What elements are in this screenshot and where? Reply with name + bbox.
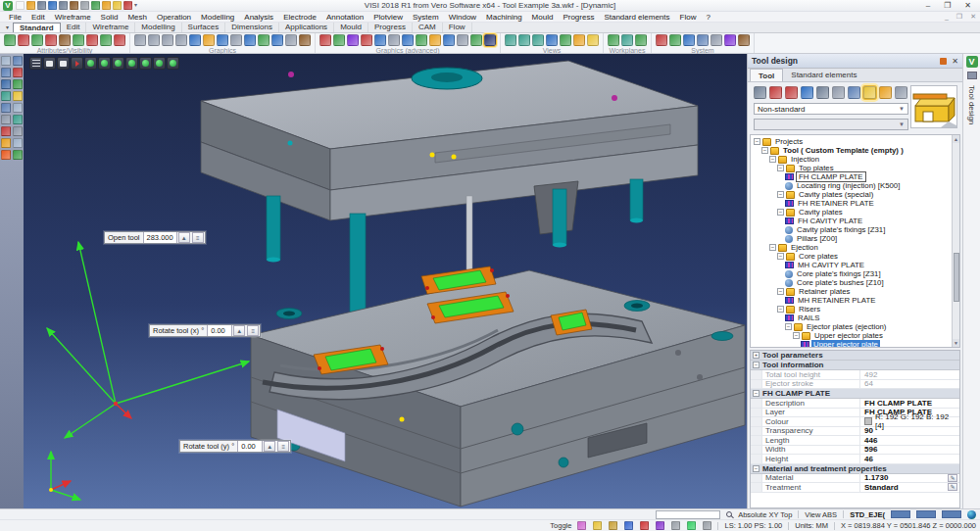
property-value[interactable]: Standard✎ bbox=[860, 483, 959, 492]
cursor-mode-icon[interactable] bbox=[71, 57, 83, 70]
plain-view-icon[interactable] bbox=[43, 57, 56, 70]
move-icon[interactable] bbox=[1, 103, 11, 113]
pan-icon[interactable] bbox=[175, 34, 187, 46]
menu-solid[interactable]: Solid bbox=[96, 12, 123, 23]
blank-icon[interactable] bbox=[59, 34, 71, 46]
menu-file[interactable]: File bbox=[4, 12, 26, 23]
open-folder-icon[interactable] bbox=[26, 1, 35, 10]
tree-item[interactable]: FH CLAMP PLATE bbox=[754, 172, 950, 181]
tree-item[interactable]: Locating ring (injection) [K500] bbox=[754, 181, 950, 190]
menu-mesh[interactable]: Mesh bbox=[122, 12, 152, 23]
wireframe-icon[interactable] bbox=[217, 34, 228, 46]
tree-expand-icon[interactable]: − bbox=[793, 332, 800, 339]
minimize-button[interactable]: – bbox=[926, 1, 930, 11]
property-value[interactable]: 596 bbox=[860, 445, 959, 454]
analysis-shade-icon[interactable] bbox=[470, 34, 482, 46]
snap-flower-icon[interactable] bbox=[656, 521, 664, 530]
multi-view-icon[interactable] bbox=[457, 34, 468, 46]
orbit-y-icon[interactable] bbox=[112, 57, 124, 70]
orbit-x-icon[interactable] bbox=[98, 57, 111, 70]
tree-item[interactable]: −Projects bbox=[754, 137, 950, 146]
notes-icon[interactable] bbox=[13, 150, 23, 160]
lock-icon[interactable] bbox=[100, 34, 112, 46]
tree-item[interactable]: −Upper ejector plates bbox=[754, 331, 950, 340]
confirm-icon[interactable] bbox=[754, 86, 766, 99]
mirror-icon[interactable] bbox=[1, 91, 11, 101]
select-icon[interactable] bbox=[1, 56, 11, 66]
ribbon-tab-mould[interactable]: Mould bbox=[334, 23, 368, 32]
search-icon[interactable] bbox=[726, 511, 732, 517]
view-top-icon[interactable] bbox=[518, 34, 530, 46]
snap-folder-icon[interactable] bbox=[609, 521, 617, 530]
ribbon-tab-modelling[interactable]: Modelling bbox=[135, 23, 181, 32]
tree-item[interactable]: Core plate's bushes [Z10] bbox=[754, 278, 950, 287]
child-minimize-button[interactable]: _ bbox=[945, 13, 949, 21]
attributes-icon[interactable] bbox=[18, 34, 29, 46]
tree-item[interactable]: −Risers bbox=[754, 305, 950, 314]
menu-plotview[interactable]: Plotview bbox=[368, 12, 408, 23]
macro-icon[interactable] bbox=[710, 34, 722, 46]
layer-icon[interactable] bbox=[31, 34, 43, 46]
perspective-icon[interactable] bbox=[429, 34, 441, 46]
solid-icon[interactable] bbox=[13, 115, 23, 124]
view-rotate-icon[interactable] bbox=[560, 34, 571, 46]
tree-item[interactable]: −Ejection bbox=[754, 243, 950, 252]
shade-edges-icon[interactable] bbox=[203, 34, 215, 46]
tree-item[interactable]: FH CAVITY PLATE bbox=[754, 217, 950, 225]
viewport-3d[interactable]: Open tool 283.000 ▲ ≡ Rotate tool (x) ° … bbox=[24, 54, 747, 508]
rotate-y-input[interactable]: Rotate tool (y) ° 0.00 ▲ ≡ bbox=[179, 440, 291, 453]
panel-tab-standard-elements[interactable]: Standard elements bbox=[783, 69, 864, 81]
settings-icon[interactable] bbox=[724, 34, 736, 46]
hand-select-icon[interactable] bbox=[769, 86, 782, 99]
tree-expand-icon[interactable]: − bbox=[777, 306, 784, 313]
rotate-icon[interactable] bbox=[1, 79, 11, 89]
menu-progress[interactable]: Progress bbox=[558, 12, 599, 23]
sync-icon[interactable] bbox=[91, 1, 100, 10]
measure-icon[interactable] bbox=[1, 138, 11, 148]
tree-item[interactable]: Cavity plate's fixings [Z31] bbox=[754, 225, 950, 234]
menu-machining[interactable]: Machining bbox=[481, 12, 526, 23]
ribbon-tab-surfaces[interactable]: Surfaces bbox=[182, 23, 226, 32]
tree-item[interactable]: −Core plates bbox=[754, 252, 950, 261]
child-close-button[interactable]: ✕ bbox=[970, 13, 976, 21]
tree-item[interactable]: Upper ejector plate bbox=[754, 340, 950, 348]
docked-tab-tool-design[interactable]: Tool design bbox=[967, 85, 976, 124]
tree-expand-icon[interactable]: − bbox=[785, 323, 792, 330]
scroll-thumb[interactable] bbox=[954, 253, 959, 302]
tool-list-icon[interactable] bbox=[863, 86, 876, 99]
database-icon[interactable] bbox=[738, 34, 750, 46]
tool-standard-select[interactable]: Non-standard▼ bbox=[754, 103, 908, 115]
ribbon-tab-flow[interactable]: Flow bbox=[443, 23, 472, 32]
snap-grid-icon[interactable] bbox=[577, 521, 586, 530]
view-front-icon[interactable] bbox=[532, 34, 544, 46]
tree-scrollbar[interactable]: ▲ ▼ bbox=[952, 135, 959, 347]
command-search-input[interactable] bbox=[656, 510, 720, 519]
ribbon-tab-standard[interactable]: Standard bbox=[13, 23, 61, 32]
delete-element-icon[interactable] bbox=[785, 86, 798, 99]
tree-expand-icon[interactable]: − bbox=[777, 253, 784, 260]
view-store-icon[interactable] bbox=[573, 34, 585, 46]
delete-icon[interactable] bbox=[1, 126, 11, 136]
property-value[interactable]: 492 bbox=[860, 370, 959, 379]
menu-window[interactable]: Window bbox=[444, 12, 481, 23]
view-menu-icon[interactable] bbox=[29, 57, 42, 70]
view-mode-label[interactable]: Absolute XY Top bbox=[738, 510, 792, 519]
property-value[interactable]: FH CLAMP PLATE bbox=[860, 399, 959, 408]
rotate-y-value[interactable]: 0.00 bbox=[237, 441, 263, 452]
tree-expand-icon[interactable]: − bbox=[777, 191, 784, 198]
panel-dock-icon[interactable] bbox=[967, 72, 977, 79]
keys-icon[interactable] bbox=[879, 86, 892, 99]
workplane-align-icon[interactable] bbox=[635, 34, 647, 46]
tool-axes[interactable] bbox=[47, 242, 249, 438]
tree-expand-icon[interactable]: − bbox=[777, 165, 784, 171]
zoom-all-icon[interactable] bbox=[134, 34, 146, 46]
panel-tab-tool[interactable]: Tool bbox=[750, 69, 783, 81]
open-tool-value[interactable]: 283.000 bbox=[143, 232, 177, 243]
collapse-icon[interactable]: − bbox=[753, 390, 760, 397]
menu-?[interactable]: ? bbox=[701, 12, 714, 23]
zoom-select-icon[interactable] bbox=[57, 57, 70, 70]
surface-icon[interactable] bbox=[13, 103, 23, 113]
toggle-label[interactable]: Toggle bbox=[550, 521, 571, 530]
view-restore-icon[interactable] bbox=[587, 34, 599, 46]
menu-wireframe[interactable]: Wireframe bbox=[50, 12, 96, 23]
